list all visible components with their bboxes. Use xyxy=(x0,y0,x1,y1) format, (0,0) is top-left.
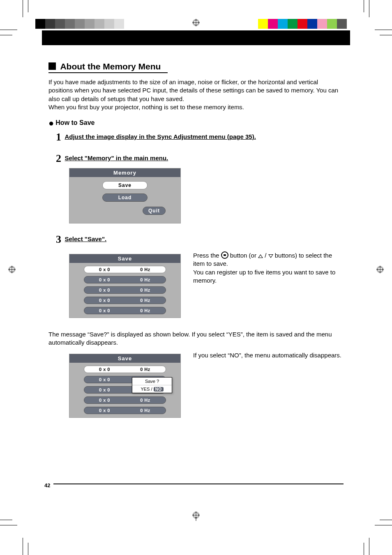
greyscale-bar xyxy=(35,19,134,29)
memory-menu-panel: Memory Save Load Quit xyxy=(69,168,181,223)
save-slot-row[interactable]: 0 x 0 0 Hz xyxy=(84,276,166,283)
message-text: The message “Save?” is displayed as show… xyxy=(48,330,344,347)
header-band xyxy=(42,30,350,45)
registration-mark-icon xyxy=(192,19,200,26)
menu-title: Save xyxy=(69,354,180,363)
save-slot-row[interactable]: 0 x 0 0 Hz xyxy=(84,407,166,414)
step-number: 3 xyxy=(56,233,61,246)
save-slot-row[interactable]: 0 x 0 0 Hz xyxy=(84,396,166,404)
popup-title: Save ? xyxy=(132,378,172,385)
intro-paragraph: If you have made adjustments to the size… xyxy=(48,78,344,103)
save-slot-row[interactable]: 0 x 0 0 Hz xyxy=(84,266,166,273)
step-number: 1 xyxy=(56,131,61,143)
popup-no[interactable]: NO xyxy=(154,387,164,391)
menu-item-load[interactable]: Load xyxy=(102,193,148,202)
menu-item-save[interactable]: Save xyxy=(102,181,148,189)
intro-paragraph-2: When you first buy your projector, nothi… xyxy=(48,103,344,111)
down-triangle-icon xyxy=(268,254,273,258)
step-text: Select "Save". xyxy=(65,235,106,242)
color-bar xyxy=(248,19,347,29)
bullet-icon: ● xyxy=(48,118,54,128)
confirm-side-text: If you select “NO”, the menu automatical… xyxy=(193,350,344,359)
up-triangle-icon xyxy=(258,254,263,258)
step-side-text: Press the button (or / buttons) to selec… xyxy=(193,250,344,285)
save-menu-panel: Save 0 x 0 0 Hz 0 x 0 0 Hz 0 x 0 0 Hz 0 … xyxy=(69,254,181,318)
step-number: 2 xyxy=(56,152,61,165)
menu-title: Save xyxy=(69,254,180,263)
square-bullet-icon xyxy=(48,62,56,70)
save-confirm-popup: Save ? YES / NO xyxy=(132,377,172,393)
menu-title: Memory xyxy=(69,168,180,177)
page-number: 42 xyxy=(44,482,50,488)
section-title: About the Memory Menu xyxy=(60,62,161,71)
enter-button-icon xyxy=(221,251,228,259)
save-slot-row[interactable]: 0 x 0 0 Hz xyxy=(84,286,166,294)
step-text: Select "Memory" in the main menu. xyxy=(65,154,168,161)
save-slot-row[interactable]: 0 x 0 0 Hz xyxy=(84,307,166,314)
menu-item-quit[interactable]: Quit xyxy=(143,207,166,215)
save-slot-row[interactable]: 0 x 0 0 Hz xyxy=(84,297,166,304)
sub-heading: ●How to Save xyxy=(48,118,344,129)
step-text: Adjust the image display in the Sync Adj… xyxy=(65,133,256,140)
popup-yes[interactable]: YES xyxy=(141,387,150,391)
save-slot-row[interactable]: 0 x 0 0 Hz xyxy=(84,366,166,373)
save-menu-panel-confirm: Save 0 x 0 0 Hz 0 x 0 0 Hz 0 x 0 0 Hz 0 … xyxy=(69,354,181,418)
registration-mark-icon xyxy=(8,266,16,273)
registration-mark-icon xyxy=(376,266,384,273)
